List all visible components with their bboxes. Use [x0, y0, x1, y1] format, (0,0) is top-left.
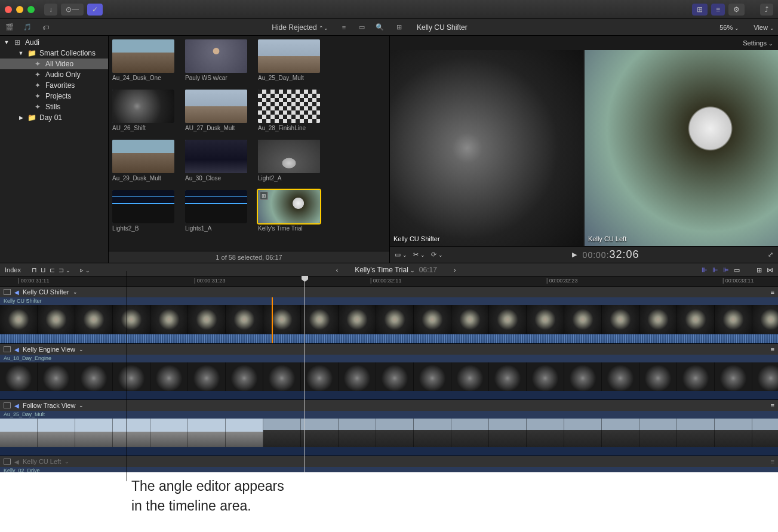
timeline-nav-next[interactable]: ›	[454, 266, 456, 273]
sidebar-item-favorites[interactable]: ✦Favorites	[0, 80, 108, 91]
keyword-button[interactable]: ⊙—	[61, 4, 84, 16]
ruler-mark: | 00:00:33:11	[722, 278, 754, 284]
timeline-zoom-icon[interactable]: ⋈	[767, 266, 773, 274]
sidebar-item-smart-collections[interactable]: ▼📁Smart Collections	[0, 48, 108, 59]
speaker-icon[interactable]: ◀	[14, 459, 19, 465]
play-button[interactable]: ▶	[572, 251, 577, 259]
append-clip-icon[interactable]: ⊏	[50, 266, 55, 274]
list-view-icon[interactable]: ▭	[356, 21, 368, 33]
viewer-angle-left[interactable]: Kelly CU Shifter	[390, 50, 583, 246]
track-clip[interactable]: Kelly CU Shifter	[0, 297, 778, 343]
viewer-controls: ▭ ⌄ ✂ ⌄ ⟳ ⌄ ▶ 00:00:32:06 ⤢	[390, 246, 778, 263]
browser-toggle-button[interactable]: ⊞	[692, 4, 708, 16]
clip-au-30-close[interactable]: Au_30_Close	[185, 140, 247, 182]
angle-viewer-icon[interactable]: ⊞	[393, 21, 405, 33]
connect-clip-icon[interactable]: ⊓	[32, 266, 37, 274]
photos-icon[interactable]: 🎵	[21, 21, 33, 33]
timeline-ruler[interactable]: | 00:00:31:11| 00:00:31:23| 00:00:32:11|…	[0, 277, 778, 287]
filter-dropdown[interactable]: Hide Rejected ⌃⌄	[272, 23, 328, 32]
clip-label: Lights1_A	[185, 225, 247, 232]
overwrite-clip-icon[interactable]: ⊐ ⌄	[59, 266, 70, 274]
sidebar-item-stills[interactable]: ✦Stills	[0, 102, 108, 112]
filmstrip-frame	[263, 305, 301, 334]
timeline-marker[interactable]	[272, 297, 273, 343]
sidebar-item-audio-only[interactable]: ✦Audio Only	[0, 69, 108, 80]
clip-lights2-b[interactable]: Lights2_B	[112, 190, 174, 232]
audio-skimming-icon[interactable]: ⊩	[712, 266, 718, 274]
track-clip[interactable]: Au_18_Day_Engine	[0, 355, 778, 399]
clip-light2-a[interactable]: Light2_A	[258, 140, 320, 182]
inspector-toggle-button[interactable]: ⚙	[728, 4, 745, 16]
ruler-mark: | 00:00:32:11	[370, 278, 401, 284]
monitor-icon[interactable]	[4, 402, 11, 408]
track-clip[interactable]: Kelly_02_Drive	[0, 467, 778, 472]
viewer-angle-right[interactable]: Kelly CU Left	[585, 50, 778, 246]
skimming-icon[interactable]: ⊪	[702, 266, 708, 274]
track-clip[interactable]: Au_25_Day_Mult	[0, 411, 778, 456]
sidebar-item-projects[interactable]: ✦Projects	[0, 91, 108, 102]
view-dropdown[interactable]: View ⌄	[754, 24, 774, 31]
zoom-dropdown[interactable]: 56% ⌄	[719, 24, 739, 31]
clip-au-26-shift[interactable]: AU_26_Shift	[112, 90, 174, 131]
playhead[interactable]	[305, 277, 305, 472]
clip-au-29-dusk-mult[interactable]: Au_29_Dusk_Mult	[112, 140, 174, 182]
titles-icon[interactable]: 🏷	[39, 21, 51, 33]
zoom-window-button[interactable]	[27, 6, 35, 13]
clip-appearance-timeline-icon[interactable]: ⊞	[757, 266, 762, 274]
search-icon[interactable]: 🔍	[374, 21, 386, 33]
filmstrip-frame	[113, 362, 150, 391]
close-window-button[interactable]	[5, 6, 12, 13]
library-icon[interactable]: 🎬	[4, 21, 16, 33]
sidebar-item-all-video[interactable]: ✦All Video	[0, 59, 108, 69]
track-header[interactable]: ◀Kelly CU Shifter ⌄≡	[0, 287, 778, 297]
clip-lights1-a[interactable]: Lights1_A	[185, 190, 247, 232]
timeline-nav-prev[interactable]: ‹	[336, 266, 339, 273]
timecode-display[interactable]: 00:00:32:06	[583, 248, 639, 261]
track-header[interactable]: ◀Follow Track View ⌄≡	[0, 400, 778, 411]
sidebar-item-audi[interactable]: ▼⊞Audi	[0, 37, 108, 48]
clip-pauly-ws-w-car[interactable]: Pauly WS w/car	[185, 39, 247, 81]
index-button[interactable]: Index	[5, 266, 21, 273]
filmstrip-frame	[752, 362, 778, 391]
insert-clip-icon[interactable]: ⊔	[41, 266, 46, 274]
track-header[interactable]: ◀Kelly Engine View ⌄≡	[0, 344, 778, 355]
sidebar-item-day-01[interactable]: ▶📁Day 01	[0, 112, 108, 123]
enhance-dropdown[interactable]: ⟳ ⌄	[431, 251, 443, 259]
solo-icon[interactable]: ⊫	[723, 266, 729, 274]
clip-appearance-icon[interactable]: ≡	[338, 21, 350, 33]
timeline-title[interactable]: Kelly's Time Trial ⌄ 06:17	[355, 266, 437, 274]
clip-thumbnail-image	[185, 39, 247, 73]
monitor-icon[interactable]	[4, 459, 11, 465]
chevron-down-icon: ⌄	[73, 289, 78, 295]
snapping-icon[interactable]: ▭	[734, 266, 740, 274]
clip-kelly-s-time-trial[interactable]: ⊞Kelly's Time Trial	[258, 190, 320, 232]
track-header[interactable]: ◀Kelly CU Left ⌄≡	[0, 456, 778, 467]
track-menu-icon[interactable]: ≡	[771, 458, 774, 465]
speaker-icon[interactable]: ◀	[14, 402, 19, 409]
settings-dropdown[interactable]: Settings ⌄	[743, 39, 773, 47]
retime-dropdown[interactable]: ✂ ⌄	[413, 251, 425, 259]
track-menu-icon[interactable]: ≡	[771, 402, 774, 409]
main-area: ▼⊞Audi▼📁Smart Collections✦All Video✦Audi…	[0, 36, 778, 263]
track-menu-icon[interactable]: ≡	[771, 288, 774, 296]
clip-au-25-day-mult[interactable]: Au_25_Day_Mult	[258, 39, 320, 81]
speaker-icon[interactable]: ◀	[14, 346, 19, 353]
background-tasks-button[interactable]: ✓	[87, 4, 103, 16]
import-button[interactable]: ↓	[44, 4, 57, 16]
share-button[interactable]: ⤴	[760, 4, 773, 16]
tools-dropdown[interactable]: ▹ ⌄	[80, 266, 90, 274]
clip-au-27-dusk-mult[interactable]: AU_27_Dusk_Mult	[185, 90, 247, 131]
track-audio-empty	[0, 447, 778, 456]
monitor-icon[interactable]	[4, 289, 11, 295]
monitor-icon[interactable]	[4, 346, 11, 352]
speaker-icon[interactable]: ◀	[14, 289, 19, 296]
fullscreen-icon[interactable]: ⤢	[768, 251, 773, 259]
minimize-window-button[interactable]	[16, 6, 23, 13]
titlebar-right: ⊞ ≡ ⚙ ⤴	[692, 4, 773, 16]
filmstrip-frame	[113, 305, 150, 334]
clip-au-28-finishline[interactable]: Au_28_FinishLine	[258, 90, 320, 131]
track-menu-icon[interactable]: ≡	[771, 346, 774, 353]
transform-dropdown[interactable]: ▭ ⌄	[395, 251, 407, 259]
clip-au-24-dusk-one[interactable]: Au_24_Dusk_One	[112, 39, 174, 81]
timeline-toggle-button[interactable]: ≡	[711, 4, 725, 16]
